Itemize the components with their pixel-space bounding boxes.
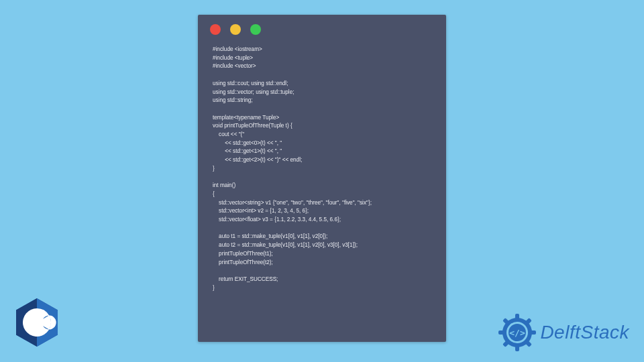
svg-rect-6 <box>515 345 519 351</box>
window-traffic-lights <box>198 15 446 40</box>
cpp-badge-label: ++ <box>45 318 54 326</box>
svg-text:C: C <box>31 314 42 331</box>
cpp-logo-icon: ++ C <box>15 298 59 347</box>
maximize-icon <box>250 24 261 35</box>
svg-text:</>: </> <box>510 328 526 338</box>
close-icon <box>210 24 221 35</box>
code-content: #include <iostream> #include <tuple> #in… <box>198 40 446 304</box>
brand-name: DelftStack <box>540 322 629 343</box>
code-window: #include <iostream> #include <tuple> #in… <box>198 15 446 342</box>
brand-logo: </> DelftStack <box>498 314 629 351</box>
svg-rect-8 <box>529 330 536 335</box>
minimize-icon <box>230 24 241 35</box>
svg-rect-5 <box>515 314 519 320</box>
svg-rect-7 <box>498 330 505 335</box>
gear-icon: </> <box>498 314 536 351</box>
